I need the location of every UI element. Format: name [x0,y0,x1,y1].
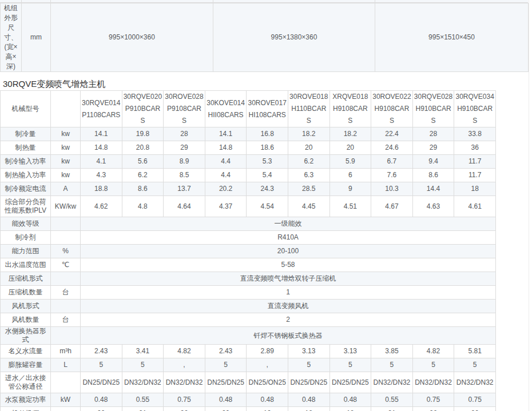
value-cell: 4.8 [122,196,164,217]
value-cell: 4.82 [164,345,205,358]
row-unit: m [51,407,81,411]
value-cell: 5.9 [329,155,371,169]
value-cell: 9 [329,182,371,196]
row-label: 制热输入功率 [1,169,51,182]
value-cell: 3.13 [329,345,371,358]
row-unit: kw [51,169,81,182]
merged-value-cell: 一级能效 [81,217,496,231]
value-cell: DN25/ON25 [247,372,288,393]
section-title: 30RQVE变频喷气增焓主机 [3,79,105,90]
merged-value-cell: 5-58 [81,258,496,272]
value-cell: 19.8 [122,127,164,141]
value-cell: 18 [454,182,496,196]
value-cell: 3.41 [122,345,164,358]
merged-value-cell: 2 [81,313,496,327]
model-code-line2: P1108CARS [82,109,121,121]
row-unit: ℃ [51,258,81,272]
value-cell: 3.13 [288,345,329,358]
model-code-line2: HII08CARS [207,109,245,121]
row-unit [51,372,81,393]
model-code-line1: 30RQVE034 [455,91,494,103]
spec-table-body: 机械型号30RQVE014P1108CARS30RQVE020P910BCARS… [1,91,496,411]
row-unit: KW/kw [51,196,81,217]
value-cell: 6.2 [288,155,329,169]
row-label: 制冷输入功率 [1,155,51,169]
value-cell: 4.54 [247,196,288,217]
spec-row: 风机数量台2 [1,313,496,327]
value-cell: 5.3 [247,155,288,169]
row-label: 风机数量 [1,313,51,327]
row-unit: kW [51,393,81,407]
value-cell: DN32/DN32 [412,372,454,393]
merged-value-cell: 1 [81,286,496,300]
model-cell: 30RQVE020P910BCARS [122,91,164,127]
spec-row: 制冷额定电流A18.88.613.720.224.328.5910.314.41… [1,182,496,196]
value-cell: DN25/DN25 [205,372,247,393]
row-label: 压缩机数量 [1,286,51,300]
value-cell: 4.4 [205,169,247,182]
model-code-line2: H9108CARS [331,103,370,127]
row-unit: 台 [51,313,81,327]
value-cell: 4.82 [412,345,454,358]
row-unit: 台 [51,286,81,300]
row-unit [51,217,81,231]
row-unit [51,272,81,286]
value-cell: 3.85 [371,345,413,358]
value-cell: 5 [454,358,496,372]
merged-value-cell: 钎焊不锈钢板式换热器 [81,327,496,345]
model-code-line1: 30ROVE018 [289,91,328,103]
value-cell: 18.2 [288,127,329,141]
model-code-line1: 30ROVE017 [248,97,287,109]
value-cell: 5.4 [247,169,288,182]
dimensions-value: 995×1380×360 [213,3,375,72]
row-label: 制热量 [1,141,51,155]
value-cell: 0.48 [205,393,247,407]
value-cell: 13.7 [164,182,205,196]
value-cell: 29 [412,141,454,155]
value-cell: 14.8 [205,141,247,155]
model-code-line2: H910BCARS [414,103,453,127]
spec-row: 水侧换热器形式钎焊不锈钢板式换热器 [1,327,496,345]
model-cell: 30RQVE014P1108CARS [81,91,122,127]
spec-row: 机外扬程m20212620191818212622 [1,407,496,411]
row-label: 风机形式 [1,300,51,313]
spec-row: 制冷剂R410A [1,231,496,245]
model-header-row: 机械型号30RQVE014P1108CARS30RQVE020P910BCARS… [1,91,496,127]
row-label: 机外扬程 [1,407,51,411]
value-cell: 22.4 [371,127,413,141]
value-cell: 5 [81,358,122,372]
value-cell: 0.48 [288,393,329,407]
value-cell: 2.43 [205,345,247,358]
model-cell: 30KOVE014HII08CARS [205,91,247,127]
value-cell: 20 [329,141,371,155]
spec-row: 能效等级一级能效 [1,217,496,231]
model-code-line1: 30ROVE022 [372,91,411,103]
value-cell: 2.89 [247,345,288,358]
spec-row: 进水／出水接管公称通径DN25/DN25DN32/DN32DN32/DN32DN… [1,372,496,393]
row-label: 能效等级 [1,217,51,231]
model-cell: 30ROVE018H110BCARS [288,91,329,127]
model-header-label: 机械型号 [1,91,51,127]
value-cell: 0.48 [247,393,288,407]
value-cell: 11.7 [454,155,496,169]
value-cell: DN32/DN32 [371,372,413,393]
row-label: 水侧换热器形式 [1,327,51,345]
value-cell: DN25/DN25 [329,372,371,393]
spec-row: 名义水流量m³h2.433.414.822.432.893.133.133.85… [1,345,496,358]
spec-row: 压缩机形式直流变频喷气增焓双转子压缩机 [1,272,496,286]
value-cell: 8.9 [164,155,205,169]
value-cell: 26 [412,407,454,411]
merged-value-cell: 20-100 [81,245,496,258]
value-cell: DN32/DN32 [122,372,164,393]
value-cell: 5 [371,358,413,372]
value-cell: 5.6 [122,155,164,169]
value-cell: 18 [329,407,371,411]
value-cell: 6 [329,169,371,182]
value-cell: 11.7 [454,169,496,182]
value-cell: 5 [122,358,164,372]
row-unit: kw [51,127,81,141]
value-cell: 28 [164,127,205,141]
value-cell: 4.3 [81,169,122,182]
value-cell: 0.48 [329,393,371,407]
page-edge-line [529,0,529,411]
